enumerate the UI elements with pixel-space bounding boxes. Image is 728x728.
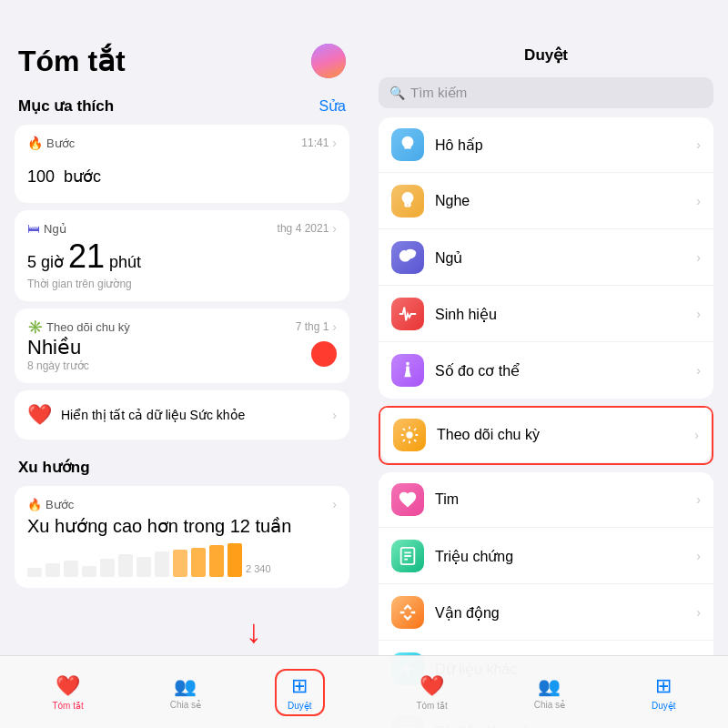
right-page-title: Duyệt	[524, 46, 568, 64]
page-title: Tóm tắt	[18, 44, 126, 78]
list-item-vandong[interactable]: Vận động ›	[379, 585, 713, 641]
cycle-left: Theo dõi chu kỳ	[393, 419, 540, 451]
sleep-time: thg 4 2021 ›	[278, 221, 337, 236]
list-item-nghe[interactable]: Nghe ›	[379, 174, 713, 229]
share-nav-label-left: Chia sẻ	[170, 700, 201, 710]
summary-icon-right: ❤️	[420, 674, 444, 698]
svg-text:2 340: 2 340	[246, 563, 271, 574]
health-all-data-button[interactable]: ❤️ Hiển thị tất cả dữ liệu Sức khỏe ›	[15, 390, 349, 440]
nav-summary-right[interactable]: ❤️ Tóm tắt	[403, 669, 460, 716]
cycle-chevron: ›	[332, 319, 337, 334]
hohap-chevron: ›	[696, 137, 701, 152]
cycle-group-highlighted: Theo dõi chu kỳ ›	[379, 406, 713, 465]
nav-share-left[interactable]: 👥 Chia sẻ	[157, 670, 214, 715]
search-placeholder-text: Tìm kiếm	[410, 85, 467, 101]
nav-browse-right[interactable]: ⊞ Duyệt	[639, 669, 689, 716]
cycle-label: ✳️ Theo dõi chu kỳ	[27, 319, 130, 334]
vandong-left: Vận động	[391, 596, 500, 629]
list-item-tim[interactable]: Tim ›	[379, 472, 713, 528]
trends-header: Xu hướng	[0, 447, 364, 482]
hohap-left: Hô hấp	[391, 128, 483, 161]
search-bar[interactable]: 🔍 Tìm kiếm	[379, 77, 713, 108]
trend-chart: 2 340	[27, 541, 337, 577]
steps-label: 🔥 Bước	[27, 136, 75, 150]
right-bottom-nav: ❤️ Tóm tắt 👥 Chia sẻ ⊞ Duyệt	[364, 655, 728, 728]
left-header: Tóm tắt	[0, 0, 364, 86]
trend-description: Xu hướng cao hơn trong 12 tuần	[27, 515, 337, 537]
share-icon-left: 👥	[174, 675, 197, 697]
tim-icon	[391, 483, 424, 516]
edit-button[interactable]: Sửa	[318, 97, 346, 115]
svg-rect-2	[64, 561, 78, 577]
svg-rect-1	[46, 563, 60, 577]
left-scroll-content: Tóm tắt Mục ưa thích Sửa 🔥 Bước 11:41 ›	[0, 0, 364, 728]
svg-rect-8	[173, 550, 187, 577]
tim-left: Tim	[391, 483, 459, 516]
steps-chevron: ›	[332, 136, 337, 150]
search-icon: 🔍	[389, 86, 405, 100]
avatar[interactable]	[311, 44, 346, 78]
nav-summary[interactable]: ❤️ Tóm tắt	[39, 669, 96, 716]
nghe-label: Nghe	[435, 193, 470, 209]
sinhhieu-label: Sinh hiệu	[435, 306, 497, 323]
health-heart-icon: ❤️	[27, 403, 52, 427]
cycle-row: Nhiều 8 ngày trước	[27, 336, 337, 372]
left-panel: Tóm tắt Mục ưa thích Sửa 🔥 Bước 11:41 ›	[0, 0, 364, 728]
sleep-card[interactable]: 🛏 Ngủ thg 4 2021 › 5 giờ 21 phút Thời gi…	[15, 210, 349, 301]
sleep-value: 5 giờ 21 phút	[27, 238, 337, 276]
favorites-title: Mục ưa thích	[18, 96, 114, 116]
tim-label: Tim	[435, 491, 459, 508]
red-arrow: ↓	[246, 612, 262, 651]
cycle-card[interactable]: ✳️ Theo dõi chu kỳ 7 thg 1 › Nhiều 8 ngà…	[15, 308, 349, 383]
trend-card[interactable]: 🔥 Bước › Xu hướng cao hơn trong 12 tuần	[15, 486, 349, 588]
fire-icon: 🔥	[27, 136, 43, 150]
trend-chevron: ›	[332, 497, 337, 511]
svg-point-13	[406, 362, 410, 366]
svg-rect-3	[82, 566, 96, 577]
cycle-list-chevron: ›	[694, 428, 699, 442]
trend-label: 🔥 Bước ›	[27, 497, 337, 511]
trends-title: Xu hướng	[18, 458, 90, 477]
list-item-trieutchung[interactable]: Triệu chứng ›	[379, 529, 713, 584]
cycle-value: Nhiều	[27, 336, 89, 359]
svg-point-14	[406, 431, 412, 438]
list-item-ngu[interactable]: Ngủ ›	[379, 230, 713, 286]
right-panel: Duyệt 🔍 Tìm kiếm Hô hấp ›	[364, 0, 728, 728]
hohap-label: Hô hấp	[435, 136, 483, 154]
nghe-icon	[391, 185, 424, 217]
health-btn-left: ❤️ Hiển thị tất cả dữ liệu Sức khỏe	[27, 403, 245, 427]
cycle-icon: ✳️	[27, 319, 43, 334]
ngu-icon	[391, 241, 424, 274]
right-header: Duyệt	[364, 0, 728, 72]
nghe-left: Nghe	[391, 185, 470, 217]
svg-rect-11	[228, 543, 242, 577]
share-icon-right: 👥	[538, 675, 561, 697]
summary-label-right: Tóm tắt	[416, 701, 447, 711]
list-item-sinhhieu[interactable]: Sinh hiệu ›	[379, 287, 713, 342]
list-item-sodo[interactable]: Số đo cơ thể ›	[379, 343, 713, 398]
steps-card[interactable]: 🔥 Bước 11:41 › 100 bước	[15, 125, 349, 203]
summary-nav-label: Tóm tắt	[52, 701, 83, 711]
summary-heart-icon: ❤️	[56, 674, 80, 698]
steps-value: 100 bước	[27, 152, 337, 190]
browse-icon-right: ⊞	[655, 674, 672, 698]
right-list: Hô hấp › Nghe › Ngủ	[364, 117, 728, 728]
svg-rect-6	[136, 557, 151, 577]
share-label-right: Chia sẻ	[534, 700, 565, 710]
trend-fire-icon: 🔥	[27, 498, 42, 511]
sinhhieu-left: Sinh hiệu	[391, 298, 497, 330]
nav-share-right[interactable]: 👥 Chia sẻ	[521, 670, 578, 715]
nav-browse-left[interactable]: ⊞ Duyệt	[275, 669, 325, 716]
cycle-list-icon	[393, 419, 426, 451]
sodo-chevron: ›	[696, 363, 701, 378]
favorites-header: Mục ưa thích Sửa	[0, 86, 364, 121]
cycle-dot	[311, 341, 337, 367]
sleep-sub: Thời gian trên giường	[27, 278, 337, 290]
svg-rect-0	[27, 568, 42, 577]
list-item-hohaP[interactable]: Hô hấp ›	[379, 117, 713, 173]
sleep-label: 🛏 Ngủ	[27, 221, 66, 236]
trieutchung-left: Triệu chứng	[391, 540, 513, 572]
browse-nav-label-left: Duyệt	[288, 701, 312, 711]
list-item-cycle[interactable]: Theo dõi chu kỳ ›	[380, 408, 712, 462]
nghe-chevron: ›	[696, 194, 701, 208]
